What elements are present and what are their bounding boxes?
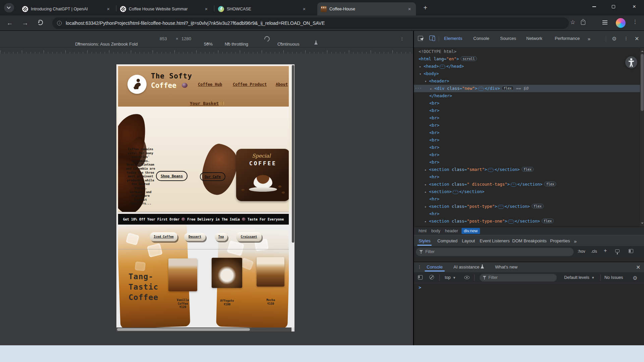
more-tabs-icon[interactable]: » — [588, 36, 590, 42]
category-pill-iced-coffee[interactable]: Iced Coffee — [150, 232, 177, 241]
expand-arrow-closed-icon[interactable]: ▸ — [419, 63, 424, 70]
our-cafe-button[interactable]: Our Cafe — [200, 172, 225, 181]
expand-arrow-closed-icon[interactable]: ▸ — [425, 188, 429, 196]
rotate-device-icon[interactable] — [263, 35, 271, 43]
dom-tree-row[interactable]: ▸<section class="smart">···</section>fle… — [414, 166, 640, 173]
devtools-tab-performance[interactable]: Performance — [555, 36, 580, 41]
devtools-tab-elements[interactable]: Elements — [444, 36, 462, 41]
tab-computed[interactable]: Computed — [437, 238, 458, 243]
extensions-puzzle-icon[interactable] — [581, 20, 585, 25]
breadcrumb-header[interactable]: header — [445, 229, 458, 233]
browser-tab[interactable]: Introducing ChatGPT | OpenAI × — [19, 2, 115, 15]
profile-avatar[interactable] — [616, 18, 626, 28]
device-width-field[interactable]: 853 — [160, 36, 167, 41]
product-image-mocha[interactable] — [257, 257, 284, 287]
browser-tab[interactable]: Coffee House Website Summar × — [117, 2, 213, 15]
log-levels-select[interactable]: Default levels▼ — [564, 275, 595, 280]
drawer-menu-icon[interactable]: ⋮ — [417, 264, 422, 269]
accessibility-fab[interactable] — [625, 56, 637, 68]
more-tabs-icon[interactable]: » — [574, 238, 577, 244]
collapsed-content-icon[interactable]: ··· — [452, 190, 459, 194]
dom-tree-row[interactable]: <br> — [414, 107, 640, 114]
tab-dom-breakpoints[interactable]: DOM Breakpoints — [512, 238, 547, 243]
tab-close-icon[interactable]: × — [301, 6, 307, 12]
collapsed-content-icon[interactable]: ··· — [488, 168, 494, 172]
address-bar[interactable]: i localhost:63342/PythonProject/html-fil… — [52, 17, 569, 29]
rendering-brush-icon[interactable] — [615, 249, 620, 252]
dom-tree-row[interactable]: <br> — [414, 159, 640, 166]
flex-badge[interactable]: flex — [542, 219, 554, 223]
drawer-tab-console[interactable]: Console — [427, 264, 443, 269]
flex-badge[interactable]: flex — [522, 167, 534, 172]
console-prompt-chevron[interactable]: > — [419, 285, 421, 290]
collapsed-content-icon[interactable]: ··· — [498, 205, 504, 209]
collapsed-content-icon[interactable]: ··· — [439, 65, 445, 69]
console-settings-gear-icon[interactable]: ⚙ — [633, 275, 637, 281]
dom-tree-row[interactable]: <!DOCTYPE html> — [414, 48, 640, 55]
category-pill-tea[interactable]: Tea — [215, 233, 227, 241]
expand-arrow-open-icon[interactable]: ▾ — [419, 70, 424, 78]
reload-button[interactable] — [38, 20, 43, 25]
breadcrumb-html[interactable]: html — [419, 229, 427, 233]
dom-tree-row[interactable]: <hr> — [414, 195, 640, 203]
tab-layout[interactable]: Layout — [462, 238, 475, 243]
breadcrumb-body[interactable]: body — [431, 229, 440, 233]
window-maximize-button[interactable] — [606, 0, 621, 13]
bookmark-star-icon[interactable]: ☆ — [570, 19, 575, 26]
browser-tab[interactable]: SHOWCASE × — [215, 2, 311, 15]
tab-close-icon[interactable]: × — [105, 6, 111, 12]
cls-toggle[interactable]: .cls — [591, 249, 597, 254]
issues-count[interactable]: No Issues — [604, 275, 623, 280]
site-info-icon[interactable]: i — [57, 21, 62, 25]
context-select[interactable]: top▼ — [445, 275, 456, 280]
drawer-tab-ai-assistance[interactable]: AI assistance — [453, 264, 484, 269]
dom-tree-row[interactable]: ▸<section class="post-type">···</section… — [414, 203, 640, 210]
product-image-vanilla-coffee[interactable] — [168, 258, 197, 291]
window-close-button[interactable]: × — [627, 0, 642, 13]
dom-tree-row[interactable]: ▸<head>···</head> — [414, 63, 640, 70]
expand-arrow-closed-icon[interactable]: ▸ — [425, 218, 429, 225]
console-sidebar-icon[interactable] — [418, 275, 423, 280]
dom-tree-row[interactable]: <br> — [414, 122, 640, 129]
dom-tree-row[interactable]: <hr> — [414, 210, 640, 218]
live-expression-eye-icon[interactable] — [464, 276, 470, 279]
special-coffee-card[interactable]: Special COFFEE — [236, 149, 289, 201]
nav-link-coffee-product[interactable]: Coffee Product — [233, 82, 267, 87]
expand-arrow-closed-icon[interactable]: ▸ — [425, 166, 429, 174]
console-filter-input[interactable]: Filter — [480, 274, 557, 282]
devtools-menu-icon[interactable]: ⋮ — [624, 36, 628, 41]
collapsed-content-icon[interactable]: ··· — [478, 87, 484, 91]
dom-tree-row[interactable]: <html lang="en">scroll — [414, 55, 640, 63]
expand-arrow-open-icon[interactable]: ▾ — [425, 78, 429, 85]
product-image-affogato[interactable] — [212, 258, 242, 288]
expand-arrow-closed-icon[interactable]: ▸ — [425, 203, 429, 210]
dom-tree-row-selected[interactable]: ···▸<div class="new">···</div>flex== $0 — [414, 85, 640, 92]
forward-button[interactable]: → — [20, 18, 30, 28]
drawer-tab-whats-new[interactable]: What's new — [495, 264, 518, 269]
hov-toggle[interactable]: :hov — [578, 249, 585, 254]
expand-arrow-closed-icon[interactable]: ▸ — [430, 85, 434, 93]
device-height-field[interactable]: 1280 — [181, 36, 191, 41]
collapsed-content-icon[interactable]: ··· — [511, 183, 517, 187]
dom-tree-row[interactable]: ▾<header> — [414, 77, 640, 85]
row-actions-icon[interactable]: ··· — [415, 85, 422, 92]
tab-close-icon[interactable]: × — [203, 6, 209, 12]
devtools-tab-network[interactable]: Network — [526, 36, 542, 41]
dom-tree-row[interactable]: </header> — [414, 92, 640, 100]
flex-badge[interactable]: flex — [532, 204, 544, 208]
dom-tree-row[interactable]: <br> — [414, 151, 640, 159]
inspect-element-icon[interactable] — [418, 36, 423, 41]
nav-link-about[interactable]: About — [276, 82, 288, 87]
scroll-badge[interactable]: scroll — [461, 56, 477, 61]
page-vertical-scrollbar[interactable] — [291, 64, 294, 327]
basket-link[interactable]: Your Basket — [190, 101, 224, 106]
shop-beans-button[interactable]: Shop Beans — [156, 171, 187, 181]
dom-tree-row[interactable]: <hr> — [414, 173, 640, 181]
dom-tree-row[interactable]: ▾<body> — [414, 70, 640, 77]
tab-event-listeners[interactable]: Event Listeners — [480, 238, 510, 243]
back-button[interactable]: ← — [5, 18, 15, 28]
tab-close-icon[interactable]: × — [407, 6, 413, 12]
devtools-tab-console[interactable]: Console — [473, 36, 489, 41]
device-toolbar-toggle-icon[interactable] — [429, 36, 435, 40]
devtools-scrollbar[interactable] — [640, 48, 644, 227]
